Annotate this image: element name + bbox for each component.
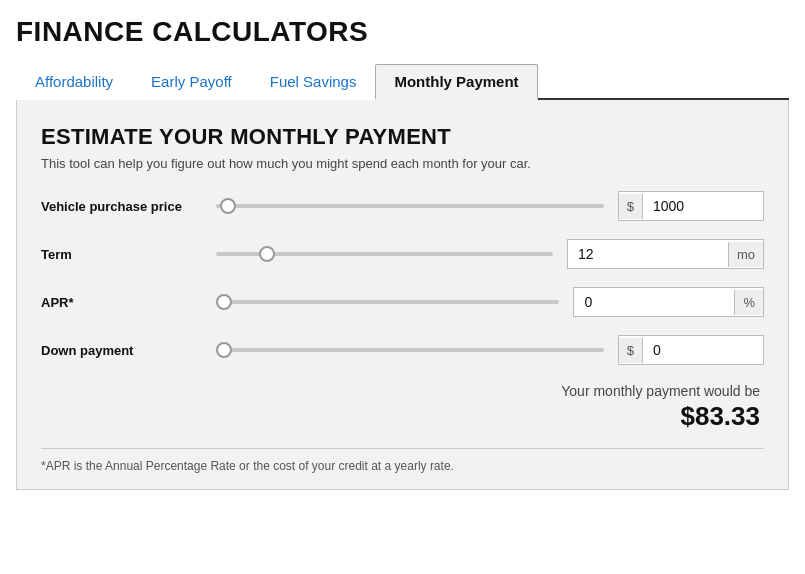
vehicle-price-input-group: $ bbox=[618, 191, 764, 221]
term-slider[interactable] bbox=[216, 252, 553, 256]
calculator-panel: ESTIMATE YOUR MONTHLY PAYMENT This tool … bbox=[16, 100, 789, 490]
down-payment-prefix: $ bbox=[619, 338, 643, 363]
calculator-description: This tool can help you figure out how mu… bbox=[41, 156, 764, 171]
vehicle-price-input[interactable] bbox=[643, 192, 763, 220]
term-label: Term bbox=[41, 247, 216, 262]
tab-fuel-savings[interactable]: Fuel Savings bbox=[251, 64, 376, 100]
down-payment-row: Down payment $ bbox=[41, 335, 764, 365]
apr-input-group: % bbox=[573, 287, 764, 317]
vehicle-price-prefix: $ bbox=[619, 194, 643, 219]
page-title: FINANCE CALCULATORS bbox=[16, 16, 789, 48]
footer-note: *APR is the Annual Percentage Rate or th… bbox=[41, 448, 764, 473]
apr-label: APR* bbox=[41, 295, 216, 310]
tab-affordability[interactable]: Affordability bbox=[16, 64, 132, 100]
term-row: Term mo bbox=[41, 239, 764, 269]
term-input[interactable] bbox=[568, 240, 728, 268]
vehicle-price-label: Vehicle purchase price bbox=[41, 199, 216, 214]
calculator-title: ESTIMATE YOUR MONTHLY PAYMENT bbox=[41, 124, 764, 150]
tab-monthly-payment[interactable]: Monthly Payment bbox=[375, 64, 537, 100]
result-section: Your monthly payment would be $83.33 bbox=[41, 383, 764, 432]
apr-slider-wrap bbox=[216, 300, 573, 304]
vehicle-price-row: Vehicle purchase price $ bbox=[41, 191, 764, 221]
down-payment-label: Down payment bbox=[41, 343, 216, 358]
down-payment-slider[interactable] bbox=[216, 348, 604, 352]
term-input-group: mo bbox=[567, 239, 764, 269]
vehicle-price-slider[interactable] bbox=[216, 204, 604, 208]
result-label: Your monthly payment would be bbox=[561, 383, 760, 399]
tab-early-payoff[interactable]: Early Payoff bbox=[132, 64, 251, 100]
down-payment-input-group: $ bbox=[618, 335, 764, 365]
tabs-container: Affordability Early Payoff Fuel Savings … bbox=[16, 62, 789, 100]
apr-suffix: % bbox=[734, 290, 763, 315]
term-suffix: mo bbox=[728, 242, 763, 267]
down-payment-slider-wrap bbox=[216, 348, 618, 352]
apr-input[interactable] bbox=[574, 288, 734, 316]
apr-slider[interactable] bbox=[216, 300, 559, 304]
term-slider-wrap bbox=[216, 252, 567, 256]
result-value: $83.33 bbox=[680, 401, 760, 432]
vehicle-price-slider-wrap bbox=[216, 204, 618, 208]
down-payment-input[interactable] bbox=[643, 336, 763, 364]
apr-row: APR* % bbox=[41, 287, 764, 317]
